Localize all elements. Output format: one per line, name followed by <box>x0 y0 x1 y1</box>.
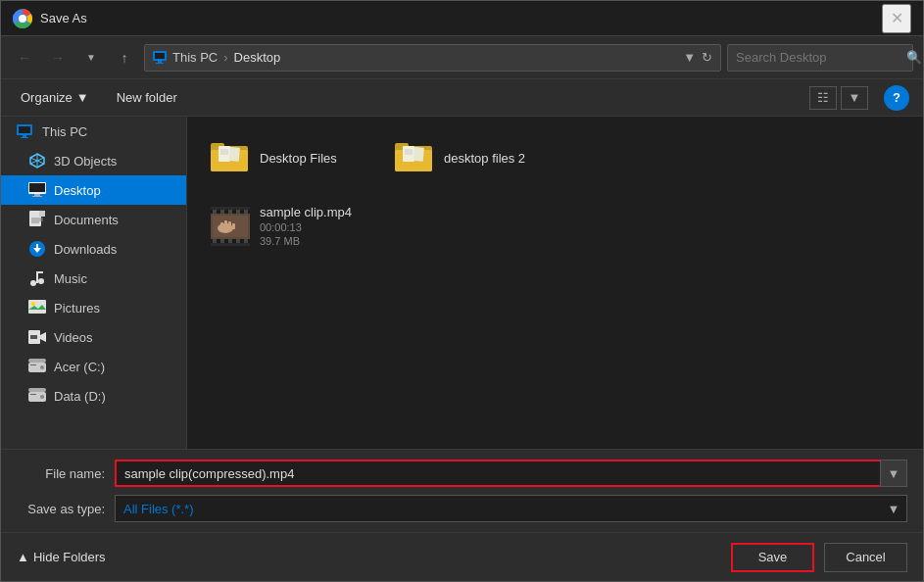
svg-rect-3 <box>155 53 165 59</box>
address-pc: This PC <box>172 50 218 65</box>
sidebar-item-documents[interactable]: Documents <box>1 205 186 234</box>
hide-folders-arrow-icon: ▲ <box>17 550 29 564</box>
recent-locations-button[interactable]: ▼ <box>77 44 105 72</box>
sidebar-item-acer-c[interactable]: Acer (C:) <box>1 352 186 381</box>
svg-rect-36 <box>30 335 37 339</box>
forward-button[interactable]: → <box>44 44 72 72</box>
save-button[interactable]: Save <box>731 543 814 572</box>
view-button[interactable]: ☷ <box>809 86 837 110</box>
search-icon: 🔍 <box>906 50 922 65</box>
view-buttons: ☷ ▼ <box>809 86 868 110</box>
view-dropdown-button[interactable]: ▼ <box>841 86 868 110</box>
file-info-sample-clip: sample clip.mp4 00:00:13 39.7 MB <box>260 205 352 247</box>
svg-point-27 <box>30 280 36 286</box>
file-item-desktop-files[interactable]: Desktop Files <box>203 132 379 183</box>
svg-rect-17 <box>32 196 42 197</box>
back-button[interactable]: ← <box>11 44 38 72</box>
sidebar-item-music[interactable]: Music <box>1 264 186 293</box>
organize-button[interactable]: Organize ▼ <box>15 86 95 109</box>
address-refresh-button[interactable]: ↻ <box>702 50 712 65</box>
3d-objects-icon <box>28 152 46 170</box>
sidebar-label-3d-objects: 3D Objects <box>54 154 117 169</box>
drive-c-icon <box>28 358 46 375</box>
svg-rect-20 <box>39 211 45 217</box>
chrome-icon <box>13 9 32 28</box>
svg-rect-42 <box>28 388 46 392</box>
new-folder-label: New folder <box>117 90 177 105</box>
content-area: This PC 3D Objects <box>1 117 923 449</box>
up-button[interactable]: ↑ <box>111 44 138 72</box>
file-info-desktop-files-2: desktop files 2 <box>444 151 525 166</box>
cancel-button[interactable]: Cancel <box>824 543 907 572</box>
hide-folders-label: Hide Folders <box>33 550 106 564</box>
savetype-wrapper: All Files (*.*) ▼ <box>115 495 907 522</box>
svg-rect-70 <box>220 239 224 243</box>
sidebar-item-videos[interactable]: Videos <box>1 322 186 352</box>
documents-icon <box>28 211 46 228</box>
folder-icon-desktop-files-2 <box>395 138 434 177</box>
svg-rect-78 <box>224 220 227 229</box>
svg-rect-80 <box>232 223 235 229</box>
file-item-sample-clip[interactable]: sample clip.mp4 00:00:13 39.7 MB <box>203 199 379 253</box>
svg-rect-79 <box>228 221 231 229</box>
hide-folders-button[interactable]: ▲ Hide Folders <box>17 550 106 564</box>
filename-input[interactable] <box>115 460 907 487</box>
address-bar[interactable]: This PC › Desktop ▼ ↻ <box>144 44 721 72</box>
svg-rect-26 <box>36 244 38 248</box>
sidebar-label-music: Music <box>54 271 87 286</box>
svg-point-32 <box>31 302 35 306</box>
svg-rect-44 <box>30 394 36 395</box>
sidebar-item-data-d[interactable]: Data (D:) <box>1 381 186 411</box>
file-meta-size: 39.7 MB <box>260 235 352 247</box>
save-as-dialog: Save As ✕ ← → ▼ ↑ This PC › Desktop ▼ <box>0 0 924 582</box>
svg-rect-40 <box>30 364 36 365</box>
svg-rect-5 <box>156 63 164 64</box>
sidebar-label-videos: Videos <box>54 330 93 345</box>
svg-point-39 <box>40 365 44 369</box>
svg-rect-7 <box>19 126 30 133</box>
desktop-sidebar-icon <box>28 181 46 199</box>
svg-rect-68 <box>244 210 248 214</box>
new-folder-button[interactable]: New folder <box>111 86 183 109</box>
navigation-toolbar: ← → ▼ ↑ This PC › Desktop ▼ ↻ <box>1 36 923 79</box>
svg-marker-35 <box>40 332 46 342</box>
savetype-select[interactable]: All Files (*.*) <box>115 495 907 522</box>
sidebar-item-this-pc[interactable]: This PC <box>1 117 186 146</box>
filename-dropdown-button[interactable]: ▼ <box>880 460 907 487</box>
video-thumbnail-sample-clip <box>211 207 250 246</box>
organize-label: Organize <box>21 90 73 105</box>
sidebar-label-pictures: Pictures <box>54 301 100 315</box>
dialog-title: Save As <box>40 11 882 25</box>
file-name-desktop-files-2: desktop files 2 <box>444 151 525 166</box>
sidebar-label-desktop: Desktop <box>54 183 101 198</box>
search-bar[interactable]: 🔍 <box>727 44 913 72</box>
title-bar: Save As ✕ <box>1 1 923 36</box>
search-input[interactable] <box>736 50 900 65</box>
address-controls: ▼ ↻ <box>683 50 712 65</box>
svg-rect-69 <box>213 239 217 243</box>
folder-icon-desktop-files <box>211 138 250 177</box>
sidebar-item-desktop[interactable]: Desktop <box>1 175 186 205</box>
files-area: Desktop Files <box>187 117 923 449</box>
svg-point-28 <box>38 278 44 284</box>
filename-input-wrapper: ▼ <box>115 460 907 487</box>
help-button[interactable]: ? <box>884 85 909 111</box>
svg-rect-9 <box>21 137 28 138</box>
svg-point-43 <box>40 395 44 399</box>
pictures-icon <box>28 299 46 316</box>
file-item-desktop-files-2[interactable]: desktop files 2 <box>387 132 563 183</box>
sidebar-item-3d-objects[interactable]: 3D Objects <box>1 146 186 175</box>
videos-icon <box>28 328 46 346</box>
savetype-label: Save as type: <box>17 502 105 516</box>
svg-rect-57 <box>413 147 424 162</box>
file-info-desktop-files: Desktop Files <box>260 151 337 166</box>
sidebar-item-pictures[interactable]: Pictures <box>1 293 186 322</box>
close-button[interactable]: ✕ <box>882 4 911 33</box>
sidebar-label-data-d: Data (D:) <box>54 389 106 404</box>
sidebar-item-downloads[interactable]: Downloads <box>1 234 186 264</box>
svg-rect-16 <box>34 194 40 196</box>
this-pc-sidebar-icon <box>17 122 34 140</box>
svg-rect-65 <box>220 210 224 214</box>
filename-row: File name: ▼ <box>17 460 907 487</box>
address-dropdown-arrow[interactable]: ▼ <box>683 50 696 65</box>
